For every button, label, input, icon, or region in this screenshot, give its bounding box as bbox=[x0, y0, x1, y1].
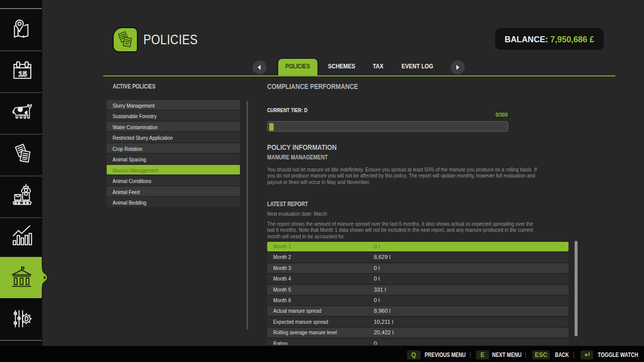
svg-text:15: 15 bbox=[18, 69, 27, 78]
